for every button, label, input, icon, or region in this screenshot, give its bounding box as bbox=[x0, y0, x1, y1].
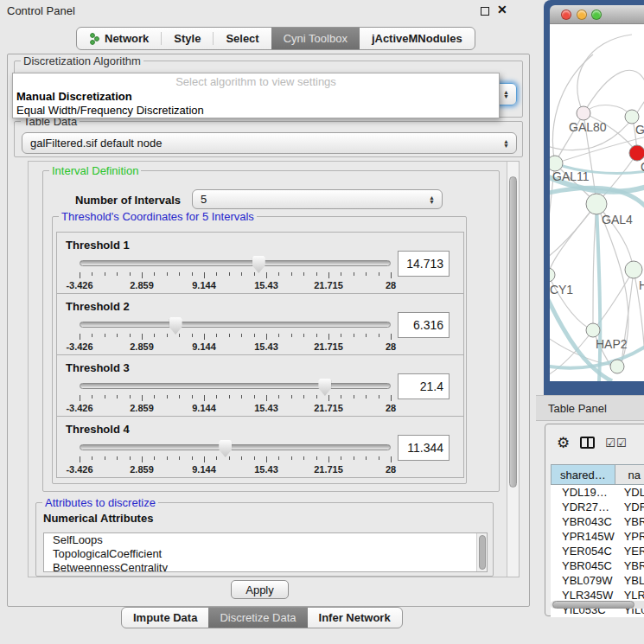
column-header-name[interactable]: na bbox=[615, 465, 644, 485]
scrollbar-thumb[interactable] bbox=[509, 176, 517, 488]
slider-tick bbox=[80, 395, 80, 401]
network-canvas[interactable]: GAL80GACGAL11GAL4GCY1HHAP2 bbox=[550, 24, 644, 381]
network-node[interactable] bbox=[577, 106, 590, 120]
tab-jactivemnodules[interactable]: jActiveMNodules bbox=[360, 28, 475, 49]
network-node[interactable] bbox=[625, 110, 639, 124]
threshold-slider[interactable]: -3.4262.8599.14415.4321.71528 bbox=[80, 255, 391, 291]
table-data-combobox[interactable]: galFiltered.sif default node ▲▼ bbox=[22, 132, 517, 154]
cyni-mode-tabstrip: Impute Data Discretize Data Infer Networ… bbox=[121, 607, 403, 628]
table-panel-title: Table Panel bbox=[536, 402, 607, 415]
slider-tick bbox=[254, 272, 255, 276]
table-row[interactable]: YER054CYER0 bbox=[552, 544, 644, 558]
network-node[interactable] bbox=[629, 145, 644, 161]
network-node[interactable] bbox=[610, 360, 624, 373]
tab-discretize-data[interactable]: Discretize Data bbox=[208, 608, 307, 628]
slider-tick bbox=[192, 395, 193, 399]
slider-tick-label: -3.426 bbox=[66, 403, 92, 413]
table-horizontal-scrollbar[interactable] bbox=[551, 601, 644, 609]
table-row[interactable]: YBL079WYBL0 bbox=[552, 573, 644, 588]
list-item[interactable]: SelfLoops bbox=[44, 533, 487, 547]
tab-network[interactable]: Network bbox=[77, 28, 161, 49]
slider-thumb[interactable] bbox=[169, 317, 182, 335]
cell-shared-name[interactable]: YDR27… bbox=[552, 500, 615, 514]
close-traffic-light-icon[interactable] bbox=[561, 10, 571, 20]
gear-icon[interactable]: ⚙ bbox=[557, 436, 570, 450]
attribute-list-scrollbar[interactable] bbox=[476, 533, 487, 571]
threshold-value-field[interactable]: 11.344 bbox=[398, 435, 450, 461]
threshold-slider[interactable]: -3.4262.8599.14415.4321.71528 bbox=[80, 316, 391, 353]
cell-shared-name[interactable]: YBR045C bbox=[552, 558, 615, 573]
slider-tick-label: 21.715 bbox=[314, 403, 343, 413]
scrollbar-thumb[interactable] bbox=[552, 601, 634, 609]
slider-track[interactable] bbox=[80, 322, 391, 328]
column-header-shared[interactable]: shared… bbox=[552, 465, 615, 485]
slider-tick bbox=[179, 272, 180, 276]
cell-name[interactable]: YBL0 bbox=[615, 573, 644, 588]
checkbox-checked-icons[interactable]: ☑☑ bbox=[605, 437, 627, 450]
minimize-traffic-light-icon[interactable] bbox=[577, 10, 587, 20]
threshold-value-field[interactable]: 6.316 bbox=[398, 312, 450, 338]
threshold-value-field[interactable]: 14.713 bbox=[398, 251, 450, 277]
slider-thumb[interactable] bbox=[219, 440, 232, 457]
thresholds-group-title: Threshold's Coordinates for 5 Intervals bbox=[59, 210, 257, 223]
threshold-slider[interactable]: -3.4262.8599.14415.4321.71528 bbox=[80, 439, 391, 475]
threshold-slider[interactable]: -3.4262.8599.14415.4321.71528 bbox=[80, 378, 391, 414]
table-row[interactable]: YPR145WYPR1 bbox=[552, 529, 644, 544]
tab-cyni-toolbox[interactable]: Cyni Toolbox bbox=[271, 28, 360, 49]
cell-name[interactable]: YDR2 bbox=[615, 500, 644, 514]
table-row[interactable]: YDL19…YDL1 bbox=[552, 485, 644, 500]
table-row[interactable]: YBR043CYBR0 bbox=[552, 514, 644, 529]
tab-select[interactable]: Select bbox=[214, 28, 271, 49]
cell-shared-name[interactable]: YDL19… bbox=[552, 485, 615, 500]
slider-tick-label: 15.43 bbox=[254, 341, 278, 352]
list-item[interactable]: TopologicalCoefficient bbox=[44, 547, 487, 561]
tab-infer-network[interactable]: Infer Network bbox=[308, 608, 402, 628]
slider-tick bbox=[204, 395, 205, 401]
threshold-value-field[interactable]: 21.4 bbox=[398, 373, 450, 399]
cell-shared-name[interactable]: YBR043C bbox=[552, 514, 615, 529]
slider-thumb[interactable] bbox=[252, 256, 265, 273]
number-of-intervals-combobox[interactable]: 5 ▲▼ bbox=[192, 189, 443, 209]
cell-name[interactable]: YER0 bbox=[615, 544, 644, 558]
cell-shared-name[interactable]: YBL079W bbox=[552, 573, 615, 588]
float-panel-icon[interactable] bbox=[481, 7, 489, 16]
slider-track[interactable] bbox=[80, 444, 391, 450]
cell-shared-name[interactable]: YLR345W bbox=[552, 588, 615, 603]
apply-button[interactable]: Apply bbox=[231, 580, 289, 599]
tab-impute-data[interactable]: Impute Data bbox=[122, 608, 208, 628]
slider-track[interactable] bbox=[80, 383, 391, 389]
network-node[interactable] bbox=[625, 261, 642, 278]
table-row[interactable]: YBR045CYBR0 bbox=[552, 558, 644, 573]
cell-name[interactable]: YBR0 bbox=[615, 514, 644, 529]
close-panel-icon[interactable]: ✕ bbox=[497, 3, 507, 16]
network-node[interactable] bbox=[586, 323, 600, 337]
slider-tick bbox=[391, 334, 392, 340]
cell-name[interactable]: YBR0 bbox=[615, 558, 644, 573]
dropdown-option-manual-discretization[interactable]: Manual Discretization bbox=[13, 89, 499, 103]
network-edge bbox=[550, 204, 596, 275]
tab-style[interactable]: Style bbox=[162, 28, 213, 49]
scrollbar-thumb[interactable] bbox=[479, 535, 486, 570]
slider-thumb[interactable] bbox=[318, 379, 331, 396]
cell-name[interactable]: YLR3 bbox=[615, 588, 644, 603]
table-row[interactable]: YDR27…YDR2 bbox=[552, 500, 644, 514]
tab-label: jActiveMNodules bbox=[372, 32, 462, 45]
cell-name[interactable]: YPR1 bbox=[615, 529, 644, 544]
list-item[interactable]: BetweennessCentrality bbox=[44, 561, 487, 572]
dropdown-option-equal-width-frequency[interactable]: Equal Width/Frequency Discretization bbox=[13, 103, 499, 117]
cell-shared-name[interactable]: YPR145W bbox=[552, 529, 615, 544]
slider-tick-label: 2.859 bbox=[130, 280, 154, 290]
slider-track[interactable] bbox=[80, 260, 391, 266]
slider-tick bbox=[179, 395, 180, 399]
slider-tick bbox=[391, 456, 392, 462]
split-view-icon[interactable] bbox=[580, 437, 595, 449]
cell-name[interactable]: YDL1 bbox=[615, 485, 644, 500]
table-row[interactable]: YLR345WYLR3 bbox=[552, 588, 644, 603]
zoom-traffic-light-icon[interactable] bbox=[591, 10, 602, 20]
settings-vertical-scrollbar[interactable] bbox=[507, 162, 519, 577]
network-node[interactable] bbox=[550, 268, 555, 282]
slider-tick bbox=[316, 456, 317, 460]
cell-shared-name[interactable]: YER054C bbox=[552, 544, 615, 558]
network-node[interactable] bbox=[586, 194, 607, 214]
slider-tick bbox=[291, 456, 292, 460]
